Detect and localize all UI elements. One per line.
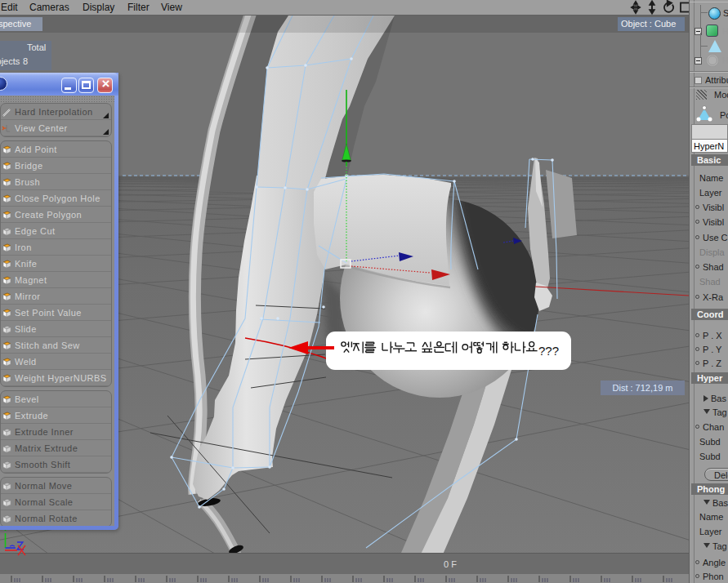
- svg-text:???: ???: [538, 344, 559, 358]
